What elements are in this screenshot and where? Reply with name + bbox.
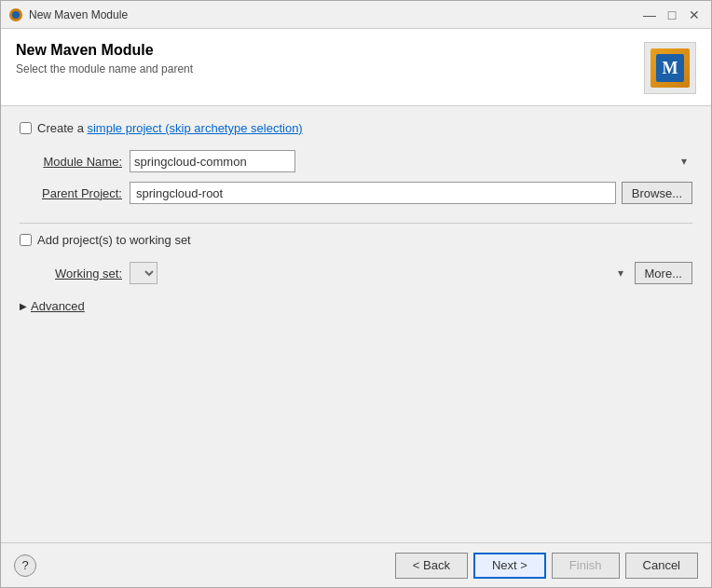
title-bar-text: New Maven Module bbox=[29, 8, 640, 21]
back-button[interactable]: < Back bbox=[395, 553, 468, 579]
more-button[interactable]: More... bbox=[635, 262, 692, 284]
working-set-row: Working set: More... bbox=[20, 262, 692, 284]
working-set-input-wrapper: More... bbox=[130, 262, 692, 284]
page-title: New Maven Module bbox=[16, 42, 193, 59]
simple-project-label[interactable]: Create a simple project (skip archetype … bbox=[37, 121, 303, 135]
header-section: New Maven Module Select the module name … bbox=[1, 29, 711, 106]
content-area: New Maven Module Select the module name … bbox=[1, 29, 711, 542]
add-working-set-label[interactable]: Add project(s) to working set bbox=[37, 233, 191, 247]
parent-project-input[interactable] bbox=[130, 182, 616, 204]
module-name-row: Module Name: bbox=[20, 150, 692, 172]
working-set-select[interactable] bbox=[130, 262, 157, 284]
simple-project-link[interactable]: simple project (skip archetype selection… bbox=[87, 121, 302, 135]
module-name-select-wrapper bbox=[130, 150, 692, 172]
maven-m-inner: M bbox=[656, 54, 684, 82]
minimize-button[interactable]: — bbox=[640, 6, 659, 24]
footer: ? < Back Next > Finish Cancel bbox=[1, 542, 711, 587]
app-icon bbox=[8, 7, 23, 22]
parent-project-label: Parent Project: bbox=[20, 186, 122, 200]
add-working-set-checkbox[interactable] bbox=[20, 234, 32, 246]
form-section: Create a simple project (skip archetype … bbox=[1, 106, 711, 542]
working-set-select-wrapper bbox=[130, 262, 629, 284]
parent-project-input-wrapper: Browse... bbox=[130, 182, 692, 204]
advanced-arrow-icon: ▶ bbox=[20, 301, 27, 311]
simple-project-checkbox[interactable] bbox=[20, 122, 32, 134]
page-subtitle: Select the module name and parent bbox=[16, 62, 193, 75]
advanced-label[interactable]: Advanced bbox=[31, 299, 85, 313]
maven-m-letter: M bbox=[663, 59, 678, 78]
header-text: New Maven Module Select the module name … bbox=[16, 42, 193, 75]
svg-point-1 bbox=[12, 11, 20, 19]
title-bar: New Maven Module — □ ✕ bbox=[1, 1, 711, 29]
separator1 bbox=[20, 223, 692, 224]
advanced-row[interactable]: ▶ Advanced bbox=[20, 299, 692, 313]
window-controls: — □ ✕ bbox=[640, 6, 704, 24]
module-name-label: Module Name: bbox=[20, 155, 122, 169]
working-set-label: Working set: bbox=[20, 267, 122, 280]
module-name-input-wrapper bbox=[130, 150, 692, 172]
maximize-button[interactable]: □ bbox=[663, 6, 681, 24]
working-set-checkbox-row: Add project(s) to working set bbox=[20, 233, 692, 247]
module-name-input[interactable] bbox=[130, 150, 295, 172]
help-button[interactable]: ? bbox=[14, 554, 36, 577]
next-button[interactable]: Next > bbox=[473, 553, 546, 579]
simple-project-row: Create a simple project (skip archetype … bbox=[20, 121, 692, 135]
new-maven-module-dialog: New Maven Module — □ ✕ New Maven Module … bbox=[0, 0, 712, 588]
header-icon: M bbox=[644, 42, 696, 94]
cancel-button[interactable]: Cancel bbox=[625, 553, 698, 579]
finish-button[interactable]: Finish bbox=[552, 553, 620, 579]
footer-buttons: < Back Next > Finish Cancel bbox=[395, 553, 698, 579]
browse-button[interactable]: Browse... bbox=[622, 182, 692, 204]
maven-icon: M bbox=[650, 48, 690, 88]
parent-project-row: Parent Project: Browse... bbox=[20, 182, 692, 204]
close-button[interactable]: ✕ bbox=[685, 6, 704, 24]
